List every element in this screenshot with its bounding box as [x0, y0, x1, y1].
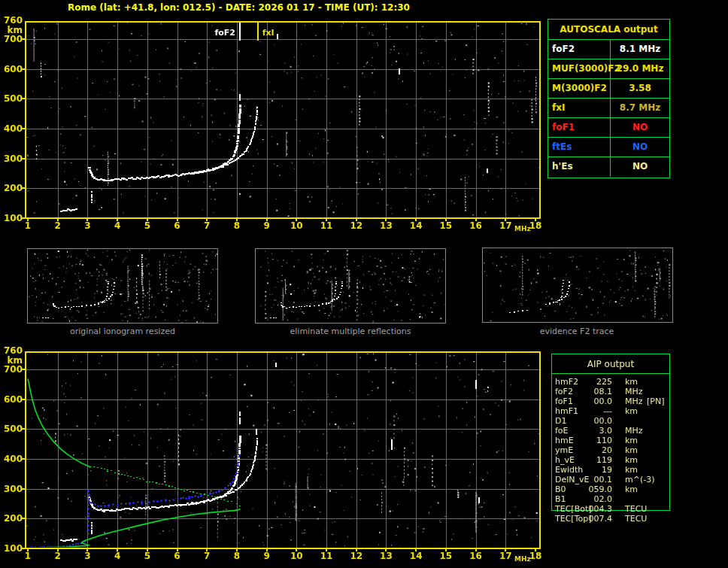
y-tick-label-300: 300: [0, 484, 23, 494]
aip-table-rows: hmF2225kmfoF208.1MHzfoF100.0MHz[PN]hmF1-…: [552, 377, 669, 524]
autoscala-param-value: 8.7 MHz: [611, 99, 669, 117]
aip-row-b1: B102.0: [552, 494, 669, 504]
aip-cell: [PN]: [647, 396, 664, 406]
aip-cell: B0: [555, 484, 566, 494]
x-tick-label-10: 10: [290, 221, 303, 230]
x-tick-label-16: 16: [469, 551, 482, 560]
x-tick-label-11: 11: [320, 551, 333, 560]
autoscala-param-label: ftEs: [548, 138, 611, 156]
x-tick-label-3: 3: [84, 551, 90, 560]
y-tick-label-760: 760: [0, 16, 23, 25]
y-tick-label-500: 500: [0, 424, 23, 433]
aip-cell: 059.0: [575, 484, 612, 494]
aip-cell: MHz: [625, 396, 643, 406]
aip-row-hmf2: hmF2225km: [552, 377, 669, 387]
aip-cell: 225: [575, 377, 612, 387]
autoscala-param-value: NO: [611, 138, 669, 156]
aip-row-hme: hmE110km: [552, 436, 669, 445]
x-tick-label-12: 12: [350, 221, 362, 230]
aip-cell: km: [625, 406, 638, 416]
aip-cell: 119: [575, 455, 612, 465]
thumbnail-evidence-f2-trace: [482, 248, 673, 323]
x-axis-unit-mhz: MHz: [514, 556, 531, 563]
x-axis-unit-mhz: MHz: [514, 226, 531, 232]
aip-cell: 110: [575, 436, 612, 445]
y-tick-label-100: 100: [0, 214, 23, 223]
y-tick-label-100: 100: [0, 544, 23, 553]
autoscala-row-fxi: fxI8.7 MHz: [548, 99, 669, 118]
thumbnail-caption-eliminate: eliminate multiple reflections: [255, 327, 446, 336]
autoscala-row-fof2: foF28.1 MHz: [548, 40, 669, 59]
y-tick-label-400: 400: [0, 454, 23, 463]
autoscala-window: { "title": "Rome (lat: +41.8, lon: 012.5…: [0, 0, 728, 568]
x-tick-label-17: 17: [499, 551, 512, 560]
aip-row-tectop: TEC[Top]007.4TECU: [552, 514, 669, 524]
aip-row-d1: D100.0: [552, 416, 669, 426]
thumbnail-caption-evidence: evidence F2 trace: [482, 327, 672, 336]
x-tick-label-6: 6: [174, 221, 180, 230]
x-tick-label-8: 8: [234, 551, 240, 560]
thumbnail-original-ionogram: [27, 248, 218, 323]
aip-row-delnve: DelN_vE00.1m^(-3): [552, 475, 669, 484]
aip-output-table: AIP output hmF2225kmfoF208.1MHzfoF100.0M…: [551, 354, 670, 511]
x-tick-label-14: 14: [410, 221, 423, 230]
aip-cell: 3.0: [575, 426, 612, 436]
aip-row-tecbot: TEC[Bot]004.3TECU: [552, 504, 669, 514]
y-tick-label-300: 300: [0, 154, 23, 163]
x-tick-label-3: 3: [84, 221, 90, 230]
x-tick-label-2: 2: [55, 551, 61, 560]
x-tick-label-12: 12: [350, 551, 362, 560]
aip-cell: km: [625, 455, 638, 465]
y-tick-label-400: 400: [0, 124, 23, 133]
x-tick-label-18: 18: [529, 221, 542, 230]
x-tick-label-9: 9: [263, 551, 269, 560]
aip-cell: km: [625, 436, 638, 445]
aip-cell: 004.3: [575, 504, 612, 514]
autoscala-row-hes: h'EsNO: [548, 157, 669, 177]
thumbnail-caption-original: original ionogram resized: [27, 327, 218, 336]
aip-row-fof2: foF208.1MHz: [552, 387, 669, 396]
autoscala-row-ftes: ftEsNO: [548, 138, 669, 157]
autoscala-param-label: M(3000)F2: [548, 79, 611, 98]
autoscala-param-value: 8.1 MHz: [611, 40, 669, 59]
aip-table-header: AIP output: [552, 354, 669, 374]
aip-cell: B1: [555, 494, 566, 504]
x-tick-label-5: 5: [144, 221, 150, 230]
autoscala-param-value: NO: [611, 157, 669, 177]
aip-cell: 20: [575, 445, 612, 455]
aip-row-hmf1: hmF1---km: [552, 406, 669, 416]
x-tick-label-7: 7: [204, 221, 210, 230]
aip-cell: MHz: [625, 426, 643, 436]
aip-cell: ymE: [555, 445, 573, 455]
y-tick-label-760: 760: [0, 346, 23, 355]
y-tick-label-500: 500: [0, 94, 23, 103]
x-tick-label-2: 2: [55, 221, 61, 230]
autoscala-param-value: 3.58: [611, 79, 669, 98]
autoscala-param-value: NO: [611, 118, 669, 137]
x-tick-label-18: 18: [529, 551, 542, 560]
aip-cell: 19: [575, 465, 612, 475]
autoscala-output-table: AUTOSCALA output foF28.1 MHzMUF(3000)F22…: [548, 19, 670, 178]
aip-cell: foF2: [555, 387, 573, 396]
aip-cell: 00.1: [575, 475, 612, 484]
aip-cell: MHz: [625, 387, 643, 396]
aip-cell: ---: [575, 406, 612, 416]
x-tick-label-15: 15: [440, 221, 453, 230]
y-tick-label-600: 600: [0, 65, 23, 74]
y-tick-label-600: 600: [0, 395, 23, 404]
x-tick-label-10: 10: [290, 551, 303, 560]
aip-cell: km: [625, 377, 638, 387]
aip-cell: TECU: [625, 514, 647, 524]
x-tick-label-4: 4: [114, 551, 120, 560]
x-tick-label-16: 16: [469, 221, 482, 230]
autoscala-param-label: fxI: [548, 99, 611, 117]
aip-row-ewidth: Ewidth19km: [552, 465, 669, 475]
aip-row-fof1: foF100.0MHz[PN]: [552, 396, 669, 406]
aip-row-foe: foE3.0MHz: [552, 426, 669, 436]
aip-cell: km: [625, 465, 638, 475]
x-tick-label-6: 6: [174, 551, 180, 560]
aip-row-yme: ymE20km: [552, 445, 669, 455]
y-axis-unit-km: km: [0, 356, 23, 365]
x-tick-label-11: 11: [320, 221, 333, 230]
thumbnail-eliminate-reflections: [255, 248, 446, 323]
